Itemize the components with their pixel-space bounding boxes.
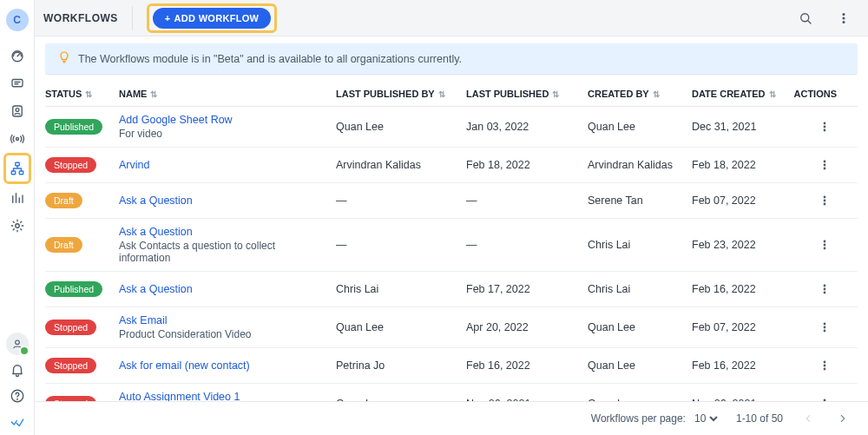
col-last-pub-by[interactable]: LAST PUBLISHED BY⇅ — [336, 89, 466, 99]
svg-point-29 — [824, 288, 825, 290]
row-menu-icon[interactable] — [814, 393, 835, 401]
svg-point-28 — [824, 285, 825, 287]
last-published: Apr 20, 2022 — [466, 321, 588, 333]
svg-point-25 — [824, 241, 825, 242]
svg-point-20 — [824, 164, 825, 166]
workflows-table: STATUS⇅ NAME⇅ LAST PUBLISHED BY⇅ LAST PU… — [35, 82, 868, 401]
last-published: Feb 16, 2022 — [466, 359, 588, 372]
sidebar-item-reports[interactable] — [0, 184, 35, 212]
created-by: Arvindran Kalidas — [588, 159, 692, 171]
date-created: Feb 16, 2022 — [692, 283, 796, 295]
sidebar-item-settings[interactable] — [0, 212, 35, 240]
beta-banner: The Workflows module is in "Beta" and is… — [45, 43, 858, 75]
status-badge: Draft — [45, 193, 82, 208]
svg-point-16 — [824, 122, 825, 124]
workflow-link[interactable]: Add Google Sheet Row — [119, 114, 327, 126]
sidebar-item-broadcast[interactable] — [0, 125, 35, 153]
sidebar-item-contacts[interactable] — [0, 97, 35, 125]
sort-icon: ⇅ — [769, 89, 776, 99]
workflow-link[interactable]: Auto Assignment Video 1 — [119, 391, 327, 401]
sort-icon: ⇅ — [552, 89, 559, 99]
workflow-link[interactable]: Arvind — [119, 159, 327, 171]
svg-point-24 — [824, 203, 825, 205]
user-presence[interactable] — [0, 331, 35, 357]
workflow-link[interactable]: Ask a Question — [119, 283, 327, 295]
status-badge: Stopped — [45, 157, 96, 173]
sort-icon: ⇅ — [85, 89, 92, 99]
page-title: WORKFLOWS — [43, 12, 118, 24]
sort-icon: ⇅ — [438, 89, 445, 99]
svg-point-32 — [824, 326, 825, 328]
last-published-by: Quan Lee — [336, 321, 466, 333]
lightbulb-icon — [57, 50, 71, 67]
svg-point-31 — [824, 323, 825, 325]
col-created-by[interactable]: CREATED BY⇅ — [588, 89, 692, 99]
sort-icon: ⇅ — [653, 89, 660, 99]
sidebar-item-workflows[interactable] — [0, 153, 35, 184]
notifications-icon[interactable] — [0, 357, 35, 383]
row-menu-icon[interactable] — [814, 116, 835, 137]
table-row: PublishedAsk a QuestionChris LaiFeb 17, … — [45, 272, 858, 307]
svg-point-15 — [843, 21, 845, 23]
svg-point-12 — [801, 13, 809, 21]
workflow-link[interactable]: Ask Email — [119, 314, 327, 326]
col-date-created[interactable]: DATE CREATED⇅ — [692, 89, 796, 99]
created-by: Chris Lai — [588, 239, 692, 251]
sidebar-item-messages[interactable] — [0, 69, 35, 97]
table-row: PublishedAdd Google Sheet RowFor videoQu… — [45, 107, 858, 148]
created-by: Quan Lee — [588, 321, 692, 333]
svg-point-27 — [824, 247, 825, 249]
more-icon[interactable] — [832, 6, 856, 30]
row-menu-icon[interactable] — [814, 155, 835, 175]
workflow-link[interactable]: Ask a Question — [119, 226, 327, 238]
banner-text: The Workflows module is in "Beta" and is… — [78, 53, 462, 65]
org-avatar[interactable]: C — [6, 9, 29, 31]
table-header: STATUS⇅ NAME⇅ LAST PUBLISHED BY⇅ LAST PU… — [45, 82, 858, 107]
svg-point-35 — [824, 365, 825, 366]
date-created: Feb 07, 2022 — [692, 194, 796, 207]
svg-point-4 — [16, 138, 18, 141]
svg-point-21 — [824, 168, 825, 169]
sidebar: C — [0, 0, 35, 435]
last-published: Jan 03, 2022 — [466, 121, 588, 133]
row-menu-icon[interactable] — [814, 190, 835, 211]
created-by: Quan Lee — [588, 359, 692, 372]
workflow-desc: For video — [119, 128, 327, 140]
col-status[interactable]: STATUS⇅ — [45, 89, 119, 99]
row-menu-icon[interactable] — [814, 279, 835, 300]
last-published-by: — — [336, 239, 466, 251]
content: WORKFLOWS + ADD WORKFLOW The Workflows — [35, 0, 868, 435]
svg-rect-1 — [12, 80, 23, 87]
svg-point-34 — [824, 361, 825, 363]
last-published: — — [466, 239, 588, 251]
plus-icon: + — [165, 13, 171, 23]
status-badge: Published — [45, 281, 102, 297]
svg-point-13 — [843, 13, 845, 15]
row-menu-icon[interactable] — [814, 234, 835, 255]
add-workflow-button[interactable]: + ADD WORKFLOW — [153, 8, 271, 29]
date-created: Feb 18, 2022 — [692, 159, 796, 171]
sidebar-item-dashboard[interactable] — [0, 42, 35, 69]
svg-point-33 — [824, 330, 825, 332]
workflow-link[interactable]: Ask for email (new contact) — [119, 359, 327, 372]
col-name[interactable]: NAME⇅ — [119, 89, 336, 99]
row-menu-icon[interactable] — [814, 317, 835, 338]
page-next[interactable] — [833, 409, 852, 428]
search-icon[interactable] — [793, 6, 818, 30]
col-actions: ACTIONS — [796, 89, 844, 99]
svg-point-18 — [824, 129, 825, 131]
col-last-pub[interactable]: LAST PUBLISHED⇅ — [466, 89, 588, 99]
page-prev[interactable] — [799, 409, 818, 428]
created-by: Quan Lee — [588, 121, 692, 133]
workflow-link[interactable]: Ask a Question — [119, 194, 327, 207]
per-page-select[interactable]: 10 — [691, 412, 720, 425]
row-menu-icon[interactable] — [814, 355, 835, 376]
help-icon[interactable] — [0, 383, 35, 409]
divider — [132, 6, 133, 30]
date-created: Dec 31, 2021 — [692, 121, 796, 133]
created-by: Chris Lai — [588, 283, 692, 295]
page-range: 1-10 of 50 — [736, 412, 783, 425]
table-row: StoppedAsk EmailProduct Consideration Vi… — [45, 307, 858, 348]
brand-icon[interactable] — [0, 409, 35, 435]
add-workflow-label: ADD WORKFLOW — [174, 13, 260, 23]
